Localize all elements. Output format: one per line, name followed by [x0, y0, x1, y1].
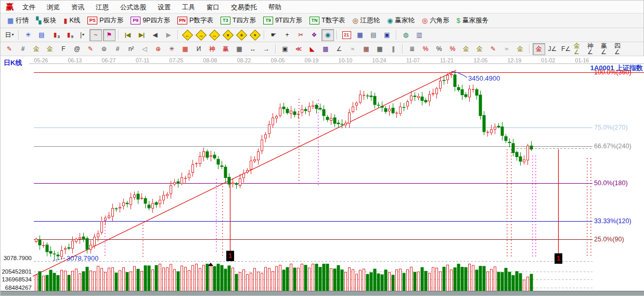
gann-gold-circle-tool[interactable]: 金	[460, 43, 472, 55]
menu-item-8[interactable]: 交易委托	[225, 2, 263, 12]
hexagon-button[interactable]: ◎六角形	[418, 15, 453, 26]
kline-button[interactable]: ▮K线	[60, 15, 84, 26]
t-square-button[interactable]: T3T四方形	[217, 15, 260, 26]
nav-first-button[interactable]: |◀	[122, 29, 134, 41]
menu-item-7[interactable]: 窗口	[201, 2, 225, 12]
p9-square-button[interactable]: P99P四方形	[127, 15, 174, 26]
calculator-tool-button[interactable]: ▦	[354, 29, 366, 41]
calendar-tool-button[interactable]: 21	[340, 29, 353, 41]
menu-item-4[interactable]: 公式选股	[114, 2, 152, 12]
t-number-table-button[interactable]: TNT数字表	[306, 15, 349, 26]
gann-f-ruler-tool[interactable]: F	[57, 43, 70, 55]
gann-point-marker-2[interactable]: 1	[555, 253, 562, 264]
gann-to-end-tool[interactable]: →	[260, 43, 273, 55]
wave-tool-button[interactable]: ~	[89, 29, 102, 41]
gann-brush-tool[interactable]: ✎	[3, 43, 16, 55]
gann-circle-cross-tool[interactable]: ⊕	[152, 43, 164, 55]
nav-prev-button[interactable]: ◀	[149, 29, 161, 41]
gann-gold-line-2-tool[interactable]: 金	[514, 43, 526, 55]
gann-wheel-button[interactable]: ◎江恩轮	[349, 15, 383, 26]
menu-item-1[interactable]: 浏览	[41, 2, 66, 12]
winner-wheel-button[interactable]: ◉赢家轮	[383, 15, 418, 26]
print-tool-button[interactable]: ▥	[413, 29, 426, 41]
gann-arrow-left-button[interactable]: ←	[181, 29, 194, 41]
gann-spiral-tool[interactable]: @	[71, 43, 83, 55]
notes-tool-button[interactable]: ▤	[367, 29, 380, 41]
gann-ruler-tool[interactable]: #	[17, 43, 29, 55]
gann-shen-tool[interactable]: 神	[206, 43, 218, 55]
gann-grid-red-tool[interactable]: ▦	[360, 43, 372, 55]
gann-fan-tool[interactable]: ≪	[292, 43, 305, 55]
nav-next-button[interactable]: ▶	[162, 29, 175, 41]
bar-style-button[interactable]: |▾	[76, 29, 88, 41]
gann-fan-box-tool[interactable]: ◣	[306, 43, 318, 55]
gann-gold-angle-tool[interactable]: 金∠	[573, 43, 586, 55]
menu-item-6[interactable]: 工具	[176, 2, 201, 12]
save-tool-button[interactable]: ▣	[381, 29, 393, 41]
horizontal-scrollbar[interactable]	[1, 291, 644, 295]
gann-grid-2-tool[interactable]: ▦	[373, 43, 386, 55]
gann-box-tool[interactable]: ▣	[279, 43, 291, 55]
shape-tool-button[interactable]: ❖	[308, 29, 320, 41]
gann-n2-ruler-tool[interactable]: n²	[125, 43, 137, 55]
measure-tool-button[interactable]: ✂	[294, 29, 307, 41]
p-number-table-button[interactable]: PNP数字表	[174, 15, 217, 26]
flag-histogram-button[interactable]: ⚑	[103, 29, 115, 41]
menu-item-2[interactable]: 资讯	[66, 2, 90, 12]
sectors-button[interactable]: ▚板块	[32, 15, 60, 26]
gann-zigzag-tool[interactable]: ≈	[346, 43, 359, 55]
gann-arrow-cross-button[interactable]: ×	[222, 29, 234, 41]
gann-arrow-star-button[interactable]: ✳	[235, 29, 248, 41]
gann-win-tool[interactable]: 赢	[220, 43, 232, 55]
menu-item-9[interactable]: 帮助	[263, 2, 287, 12]
menu-item-3[interactable]: 江恩	[90, 2, 114, 12]
gann-point-marker-1[interactable]: 1	[226, 251, 234, 261]
gann-price-ruler-tool[interactable]: ≣	[406, 43, 418, 55]
gann-shen-angle-tool[interactable]: 神∠	[587, 43, 599, 55]
gann-percent-tool[interactable]: %	[433, 43, 445, 55]
gann-wave-mark-tool[interactable]: И	[192, 43, 205, 55]
gann-parallel-tool[interactable]: ∥	[387, 43, 400, 55]
gann-circle-ruler-tool[interactable]: ⊜	[98, 43, 110, 55]
gann-grid-123-tool[interactable]: ▦	[233, 43, 246, 55]
gann-ruler-2-tool[interactable]: #	[111, 43, 124, 55]
kline-9-button[interactable]: ▮9	[62, 29, 75, 41]
gann-brush-v-tool[interactable]: ✎	[487, 43, 499, 55]
period-daily-button[interactable]: 日▾	[3, 29, 16, 41]
gann-gold-ruler-1-tool[interactable]: 金	[30, 43, 43, 55]
gann-wave-tool[interactable]: ≈	[500, 43, 513, 55]
gann-web-tool[interactable]: ▦	[179, 43, 191, 55]
quotes-button[interactable]: ▦行情	[4, 15, 32, 26]
gann-gold-angle-selected-tool[interactable]: 金	[533, 43, 545, 55]
gann-angle-tool[interactable]: ∠	[333, 43, 345, 55]
crosshair-tool-button[interactable]: +	[281, 29, 293, 41]
gann-win-angle-tool[interactable]: 赢∠	[600, 43, 613, 55]
p-square-button[interactable]: PSP四方形	[84, 15, 127, 26]
gann-mirror-tool[interactable]: ◁	[138, 43, 151, 55]
nav-last-button[interactable]: ▶|	[135, 29, 148, 41]
gann-span-tool[interactable]: ↔	[247, 43, 259, 55]
network-tool-button[interactable]: ◍	[400, 29, 412, 41]
winner-service-button[interactable]: $赢家服务	[453, 15, 492, 26]
gann-percent-level-tool[interactable]: %	[446, 43, 459, 55]
gann-f-angle-tool[interactable]: F∠	[560, 43, 572, 55]
pattern-view-button[interactable]: ✳	[22, 29, 34, 41]
gann-arrow-both-button[interactable]: ↔	[208, 29, 221, 41]
gann-gold-line-tool[interactable]: 金	[473, 43, 486, 55]
gann-star-circle-tool[interactable]: ✳	[165, 43, 178, 55]
smart-tool-button[interactable]: ◉	[321, 29, 334, 41]
gann-percent-line-tool[interactable]: %	[419, 43, 432, 55]
menu-item-5[interactable]: 设置	[152, 2, 176, 12]
gann-j-angle-tool[interactable]: J∠	[546, 43, 559, 55]
hand-tool-button[interactable]: ☛	[267, 29, 280, 41]
gann-arrow-right-button[interactable]: →	[195, 29, 207, 41]
kline-3-button[interactable]: ▮3	[49, 29, 61, 41]
report-view-button[interactable]: ▤	[35, 29, 48, 41]
gann-four-angle-tool[interactable]: 四∠	[614, 43, 626, 55]
gann-arrow-plus-button[interactable]: +	[249, 29, 261, 41]
t9-square-button[interactable]: T99T四方形	[260, 15, 306, 26]
menu-item-0[interactable]: 文件	[17, 2, 41, 12]
gann-grid-purple-tool[interactable]: ▩	[319, 43, 332, 55]
gann-gold-ruler-2-tool[interactable]: 金	[44, 43, 56, 55]
gann-brush-2-tool[interactable]: ✎	[84, 43, 97, 55]
